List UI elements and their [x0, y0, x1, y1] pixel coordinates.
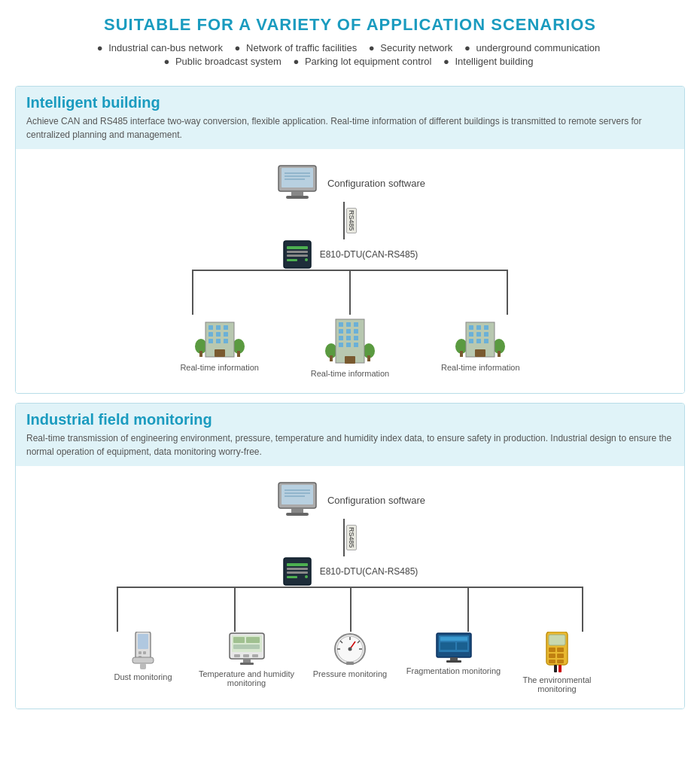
config-software-label: Configuration software	[327, 178, 425, 189]
svg-rect-40	[346, 336, 351, 340]
section1-header: Intelligent building Achieve CAN and RS4…	[16, 87, 684, 149]
svg-rect-110	[549, 648, 555, 652]
building-icon-left	[193, 315, 246, 360]
v-center1	[349, 270, 351, 315]
dust-label: Dust monitoring	[114, 672, 172, 681]
svg-rect-60	[475, 349, 485, 357]
svg-rect-106	[450, 657, 458, 660]
svg-rect-76	[138, 651, 142, 654]
building-label-center: Real-time information	[311, 369, 390, 378]
config-software-group: Configuration software	[275, 164, 425, 202]
device-env: The environmental monitoring	[508, 632, 606, 693]
env-icon	[544, 632, 570, 672]
svg-rect-107	[446, 660, 461, 663]
section2-header: Industrial field monitoring Real-time tr…	[16, 404, 684, 466]
svg-rect-22	[216, 332, 221, 337]
svg-rect-55	[476, 332, 481, 337]
building-center: Real-time information	[290, 315, 410, 378]
building-left: Real-time information	[160, 315, 280, 372]
svg-rect-21	[208, 332, 213, 337]
bullet5: ● Public broadcast system	[163, 56, 284, 67]
v-left1	[192, 270, 193, 315]
pressure-icon	[333, 632, 367, 666]
section2-card: Industrial field monitoring Real-time tr…	[15, 403, 685, 709]
svg-rect-2	[291, 191, 303, 196]
pressure-label: Pressure monitoring	[313, 669, 387, 678]
page-title: SUITABLE FOR A VARIETY OF APPLICATION SC…	[15, 15, 685, 35]
section2-diag-top: Configuration software RS485	[94, 481, 606, 693]
svg-rect-90	[240, 663, 254, 665]
svg-rect-64	[286, 513, 309, 516]
svg-rect-31	[367, 355, 370, 361]
svg-rect-89	[243, 659, 251, 663]
svg-rect-105	[457, 642, 467, 650]
svg-rect-115	[557, 660, 564, 663]
computer-icon	[275, 164, 320, 202]
dust-icon	[129, 632, 157, 669]
devices-row2: Dust monitoring	[94, 632, 606, 693]
svg-rect-72	[287, 576, 297, 578]
svg-rect-41	[354, 336, 358, 340]
svg-rect-26	[224, 339, 228, 343]
branch-lines2	[94, 587, 606, 632]
svg-rect-8	[287, 246, 308, 249]
v-line2	[343, 519, 345, 556]
svg-rect-103	[440, 637, 467, 641]
svg-rect-87	[243, 654, 249, 657]
section2-diagram: Configuration software RS485	[16, 466, 684, 709]
svg-rect-77	[143, 651, 146, 654]
svg-rect-9	[287, 251, 308, 253]
svg-rect-43	[346, 343, 351, 347]
bullet6: ● Parking lot equipment control	[293, 56, 434, 67]
svg-rect-14	[199, 351, 202, 357]
svg-point-12	[305, 258, 308, 261]
section1-desc: Achieve CAN and RS485 interface two-way …	[26, 114, 674, 142]
svg-rect-59	[484, 339, 488, 343]
dtu-icon2	[282, 556, 312, 587]
config-software-label2: Configuration software	[327, 495, 425, 506]
svg-rect-71	[287, 571, 308, 574]
rs485-label2: RS485	[346, 525, 357, 550]
svg-rect-109	[549, 635, 565, 645]
env-label: The environmental monitoring	[508, 675, 606, 693]
dtu-label2: E810-DTU(CAN-RS485)	[320, 566, 418, 577]
computer-icon2	[275, 481, 320, 519]
svg-rect-11	[287, 259, 297, 261]
page-header: SUITABLE FOR A VARIETY OF APPLICATION SC…	[0, 0, 700, 77]
svg-rect-44	[354, 343, 358, 347]
v-right1	[507, 270, 508, 315]
temp-label: Temperature and humidity monitoring	[198, 669, 296, 687]
svg-rect-54	[469, 332, 473, 337]
svg-rect-49	[498, 351, 501, 357]
bullets-line1: ● Industrial can-bus network ● Network o…	[15, 42, 685, 53]
v-line1	[343, 202, 345, 239]
svg-rect-3	[286, 196, 309, 199]
svg-rect-42	[339, 343, 343, 347]
bullet3: ● Security network	[369, 42, 456, 53]
svg-rect-63	[291, 508, 303, 513]
frag-icon	[435, 632, 473, 663]
svg-rect-24	[208, 339, 213, 343]
svg-rect-111	[557, 648, 564, 652]
svg-rect-35	[354, 322, 358, 327]
svg-rect-104	[440, 642, 455, 650]
bullet1: ● Industrial can-bus network	[97, 42, 226, 53]
svg-rect-116	[554, 665, 557, 672]
bullet7: ● Intelligent building	[443, 56, 537, 67]
svg-rect-114	[549, 660, 555, 663]
svg-rect-33	[339, 322, 343, 327]
building-right: Real-time information	[420, 315, 540, 372]
svg-rect-16	[237, 351, 240, 357]
svg-rect-84	[246, 637, 260, 643]
v-b4	[467, 587, 469, 632]
section2-title: Industrial field monitoring	[26, 411, 674, 428]
section1-title: Intelligent building	[26, 94, 674, 111]
branch-lines1	[154, 270, 546, 315]
svg-rect-34	[346, 322, 351, 327]
svg-rect-25	[216, 339, 221, 343]
bullet2: ● Network of traffic facilities	[235, 42, 361, 53]
device-pressure: Pressure monitoring	[301, 632, 399, 678]
device-dust: Dust monitoring	[94, 632, 192, 681]
svg-rect-58	[476, 339, 481, 343]
svg-rect-1	[282, 168, 313, 187]
